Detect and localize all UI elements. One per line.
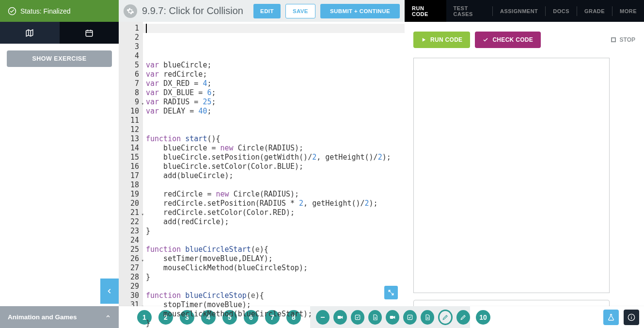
nav-doc2-button[interactable]: [421, 310, 434, 325]
code-line[interactable]: [146, 236, 402, 245]
stop-button[interactable]: STOP: [611, 36, 635, 43]
info-button[interactable]: [624, 310, 639, 325]
nav-current-exercise[interactable]: [438, 310, 453, 325]
tab-map[interactable]: [0, 22, 60, 44]
svg-point-7: [631, 315, 632, 316]
sandbox-button[interactable]: [603, 310, 619, 325]
page-title: 9.9.7: Click for Collision: [142, 5, 249, 16]
nav-test-cases[interactable]: TEST CASES: [446, 0, 493, 22]
code-line[interactable]: [146, 116, 402, 125]
settings-button[interactable]: [124, 4, 137, 18]
code-line[interactable]: redCircle.setColor(Color.RED);: [146, 208, 402, 217]
check-code-button[interactable]: CHECK CODE: [475, 32, 541, 48]
code-line[interactable]: add(redCircle);: [146, 217, 402, 227]
svg-rect-8: [631, 317, 631, 319]
chevron-up-icon: [105, 313, 111, 321]
stop-label: STOP: [620, 36, 635, 43]
line-number: 15: [119, 153, 143, 162]
edit-button[interactable]: EDIT: [253, 4, 281, 18]
code-line[interactable]: function blueCircleStop(e){: [146, 291, 402, 300]
line-number: 18: [119, 180, 143, 190]
line-number: 8: [119, 88, 143, 98]
code-line[interactable]: var DX_BLUE = 6;: [146, 88, 402, 98]
code-editor[interactable]: 1234567891011121314151617181920212223242…: [119, 22, 405, 306]
top-nav: RUN CODE TEST CASES ASSIGNMENT DOCS GRAD…: [405, 0, 644, 22]
line-number: 16: [119, 162, 143, 171]
code-line[interactable]: blueCircle = new Circle(RADIUS);: [146, 144, 402, 153]
line-number: 20: [119, 199, 143, 208]
nav-assignment[interactable]: ASSIGNMENT: [493, 0, 545, 22]
code-line[interactable]: stopTimer(moveBlue);: [146, 300, 402, 310]
play-icon: [421, 37, 426, 43]
line-number: 22: [119, 217, 143, 227]
code-area[interactable]: var blueCircle;var redCircle;var DX_RED …: [143, 22, 405, 306]
code-line[interactable]: function start(){: [146, 134, 402, 144]
code-line[interactable]: mouseclickMethod(blueCircleStart);: [146, 310, 402, 319]
code-line[interactable]: [146, 125, 402, 134]
code-line[interactable]: redCircle.setPosition(RADIUS * 2, getHei…: [146, 199, 402, 208]
show-exercise-button[interactable]: SHOW EXERCISE: [7, 50, 112, 67]
line-number: 1: [119, 24, 143, 33]
collapse-sidebar-button[interactable]: [100, 279, 119, 304]
line-number: 24: [119, 236, 143, 245]
line-number: 30: [119, 291, 143, 300]
nav-docs[interactable]: DOCS: [546, 0, 577, 22]
code-line[interactable]: [146, 282, 402, 291]
leftnav-tabs: [0, 22, 119, 44]
code-line[interactable]: [146, 180, 402, 190]
code-line[interactable]: blueCircle.setPosition(getWidth()/2, get…: [146, 153, 402, 162]
line-number: 2: [119, 33, 143, 42]
run-code-label: RUN CODE: [430, 36, 462, 43]
code-line[interactable]: blueCircle.setColor(Color.BLUE);: [146, 162, 402, 171]
check-code-label: CHECK CODE: [492, 36, 533, 43]
code-line[interactable]: }: [146, 319, 402, 328]
current-line-highlight: [143, 24, 405, 33]
line-number: 12: [119, 125, 143, 134]
status-text: Status: Finalized: [20, 7, 71, 15]
line-number: 9: [119, 98, 143, 107]
nav-number-10[interactable]: 10: [476, 310, 490, 325]
calendar-icon: [85, 29, 94, 37]
module-name: Animation and Games: [8, 313, 77, 321]
line-number: 26: [119, 254, 143, 263]
line-number: 28: [119, 273, 143, 282]
gear-icon: [126, 7, 134, 15]
code-line[interactable]: setTimer(moveBlue,DELAY);: [146, 254, 402, 263]
code-line[interactable]: var DX_RED = 4;: [146, 79, 402, 88]
code-line[interactable]: add(blueCircle);: [146, 171, 402, 180]
output-panel: RUN CODE CHECK CODE STOP: [405, 22, 644, 306]
info-icon: [628, 313, 635, 321]
check-icon: [483, 37, 488, 43]
submit-continue-button[interactable]: SUBMIT + CONTINUE: [320, 4, 400, 18]
code-line[interactable]: }: [146, 227, 402, 236]
line-number: 7: [119, 79, 143, 88]
code-line[interactable]: redCircle = new Circle(RADIUS);: [146, 190, 402, 199]
nav-check2-button[interactable]: [403, 310, 417, 325]
line-number: 10: [119, 107, 143, 116]
nav-grade[interactable]: GRADE: [577, 0, 612, 22]
canvas-output[interactable]: [413, 58, 610, 293]
line-number: 27: [119, 263, 143, 273]
line-number: 6: [119, 70, 143, 79]
nav-run-code[interactable]: RUN CODE: [405, 0, 446, 22]
save-button[interactable]: SAVE: [285, 4, 315, 18]
code-line[interactable]: function blueCircleStart(e){: [146, 245, 402, 254]
pencil-icon: [460, 314, 467, 321]
editor-header: 9.9.7: Click for Collision EDIT SAVE SUB…: [119, 0, 405, 22]
code-line[interactable]: var blueCircle;: [146, 61, 402, 70]
code-line[interactable]: var redCircle;: [146, 70, 402, 79]
code-line[interactable]: }: [146, 273, 402, 282]
line-number: 11: [119, 116, 143, 125]
line-number: 23: [119, 227, 143, 236]
code-line[interactable]: var DELAY = 40;: [146, 107, 402, 116]
status-bar: Status: Finalized: [0, 0, 119, 22]
nav-more[interactable]: MORE: [613, 0, 644, 22]
svg-rect-5: [408, 315, 412, 319]
code-line[interactable]: mouseClickMethod(blueCircleStop);: [146, 263, 402, 273]
tab-calendar[interactable]: [60, 22, 119, 44]
line-number: 14: [119, 144, 143, 153]
run-code-button[interactable]: RUN CODE: [413, 32, 470, 48]
nav-exercise-button[interactable]: [456, 310, 470, 325]
module-selector[interactable]: Animation and Games: [0, 306, 119, 328]
code-line[interactable]: var RADIUS = 25;: [146, 98, 402, 107]
